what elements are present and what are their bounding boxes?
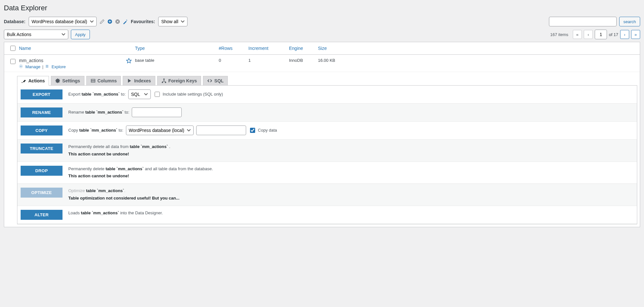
top-toolbar: Database: WordPress database (local) Fav…: [4, 17, 640, 26]
rename-input[interactable]: [132, 107, 182, 117]
include-settings-checkbox[interactable]: [155, 92, 160, 97]
bulk-actions-select[interactable]: Bulk Actions: [4, 30, 68, 39]
col-size[interactable]: Size: [318, 46, 327, 51]
svg-marker-2: [127, 59, 131, 63]
favourite-star-icon[interactable]: [126, 58, 132, 64]
truncate-button[interactable]: TRUNCATE: [21, 144, 62, 154]
col-engine[interactable]: Engine: [289, 46, 303, 51]
page-title: Data Explorer: [4, 4, 640, 12]
col-rows[interactable]: #Rows: [219, 46, 233, 51]
export-button[interactable]: EXPORT: [21, 89, 62, 99]
row-increment: 1: [248, 58, 289, 63]
database-select[interactable]: WordPress database (local): [29, 17, 97, 26]
svg-rect-11: [163, 79, 165, 79]
add-icon[interactable]: [107, 19, 113, 24]
actions-panel: EXPORT Export table `mm_actions` to: SQL…: [17, 85, 637, 224]
row-size: 16.00 KB: [318, 58, 382, 63]
page-current-input[interactable]: [595, 30, 607, 39]
page-first-button[interactable]: «: [573, 30, 582, 39]
svg-rect-8: [91, 79, 95, 82]
tab-bar: Actions Settings Columns Indexes Foreign…: [17, 76, 640, 86]
rename-button[interactable]: RENAME: [21, 107, 62, 117]
tab-settings[interactable]: Settings: [51, 76, 84, 86]
page-of-text: of 17: [609, 32, 618, 37]
page-last-button[interactable]: »: [631, 30, 640, 39]
page-prev-button[interactable]: ‹: [584, 30, 593, 39]
tab-indexes[interactable]: Indexes: [123, 76, 155, 86]
col-increment[interactable]: Increment: [248, 46, 268, 51]
table-row: mm_actions Manage | Explore base table 0…: [4, 55, 640, 72]
copy-name-input[interactable]: [196, 126, 246, 135]
row-engine: InnoDB: [289, 58, 318, 63]
list-icon: [45, 64, 50, 69]
row-rows: 0: [219, 58, 248, 63]
row-checkbox[interactable]: [10, 59, 15, 64]
col-name[interactable]: Name: [19, 46, 31, 51]
grid-header: Name Type #Rows Increment Engine Size: [4, 42, 640, 55]
export-format-select[interactable]: SQL: [128, 89, 151, 99]
svg-point-3: [21, 66, 22, 67]
copy-data-checkbox[interactable]: [250, 128, 255, 133]
favourites-select[interactable]: Show all: [158, 17, 187, 26]
search-button[interactable]: search: [619, 17, 640, 26]
select-all-checkbox[interactable]: [10, 46, 15, 51]
col-type[interactable]: Type: [135, 46, 145, 51]
drop-warning: This action cannot be undone!: [68, 173, 213, 180]
svg-rect-12: [162, 82, 163, 83]
explore-link[interactable]: Explore: [45, 64, 66, 69]
gear-icon: [19, 64, 24, 69]
optimize-button[interactable]: OPTIMIZE: [21, 188, 62, 198]
row-actions: Manage | Explore: [19, 64, 135, 69]
edit-icon[interactable]: [99, 19, 105, 24]
favourites-label: Favourites:: [131, 19, 155, 24]
row-type: base table: [135, 58, 219, 63]
items-count: 167 items: [550, 32, 568, 37]
bulk-and-pagination: Bulk Actions Apply 167 items « ‹ of 17 ›…: [4, 30, 640, 39]
svg-line-16: [164, 81, 166, 82]
svg-line-15: [162, 81, 164, 82]
apply-button[interactable]: Apply: [71, 30, 90, 39]
tab-foreign-keys[interactable]: Foreign Keys: [157, 76, 201, 86]
manage-link[interactable]: Manage: [19, 64, 42, 69]
truncate-warning: This action cannot be undone!: [68, 151, 170, 158]
drop-button[interactable]: DROP: [21, 166, 62, 176]
tab-actions[interactable]: Actions: [17, 76, 49, 86]
copy-database-select[interactable]: WordPress database (local): [126, 126, 194, 135]
copy-button[interactable]: COPY: [21, 126, 62, 135]
page-next-button[interactable]: ›: [620, 30, 629, 39]
alter-button[interactable]: ALTER: [21, 210, 62, 220]
wand-icon[interactable]: [122, 19, 128, 24]
row-name: mm_actions: [19, 58, 43, 63]
data-grid: Name Type #Rows Increment Engine Size mm…: [4, 42, 640, 227]
tab-columns[interactable]: Columns: [86, 76, 121, 86]
delete-icon[interactable]: [115, 19, 120, 24]
optimize-note: Table optimization not considered useful…: [68, 195, 179, 202]
tab-sql[interactable]: SQL: [203, 76, 228, 86]
svg-rect-13: [165, 82, 166, 83]
search-input[interactable]: [549, 17, 617, 26]
database-label: Database:: [4, 19, 25, 24]
